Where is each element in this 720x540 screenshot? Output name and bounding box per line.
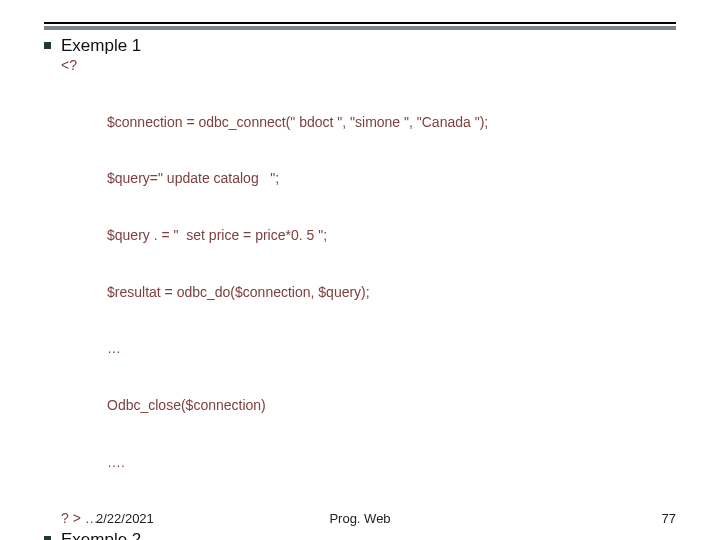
code-line: $connection = odbc_connect(" bdoct ", "s… xyxy=(107,113,676,132)
footer-date: 2/22/2021 xyxy=(96,511,154,526)
bullet-icon xyxy=(44,536,51,540)
slide-footer: 2/22/2021 Prog. Web 77 xyxy=(0,511,720,526)
code-line: $query=" update catalog "; xyxy=(107,169,676,188)
php-open-tag: <? xyxy=(61,56,676,75)
example-2-heading: Exemple 2 xyxy=(61,530,141,540)
example-1-heading: Exemple 1 xyxy=(61,36,141,56)
title-rule xyxy=(44,22,676,30)
code-line: $resultat = odbc_do($connection, $query)… xyxy=(107,283,676,302)
code-line: …. xyxy=(107,453,676,472)
bullet-icon xyxy=(44,42,51,49)
example-1-code: <? $connection = odbc_connect(" bdoct ",… xyxy=(61,56,676,528)
code-line: Odbc_close($connection) xyxy=(107,396,676,415)
list-item: Exemple 1 xyxy=(44,36,676,56)
code-line: $query . = " set price = price*0. 5 "; xyxy=(107,226,676,245)
slide: Exemple 1 <? $connection = odbc_connect(… xyxy=(0,0,720,540)
footer-page-number: 77 xyxy=(662,511,676,526)
footer-title: Prog. Web xyxy=(329,511,390,526)
list-item: Exemple 2 xyxy=(44,530,676,540)
code-line: … xyxy=(107,339,676,358)
